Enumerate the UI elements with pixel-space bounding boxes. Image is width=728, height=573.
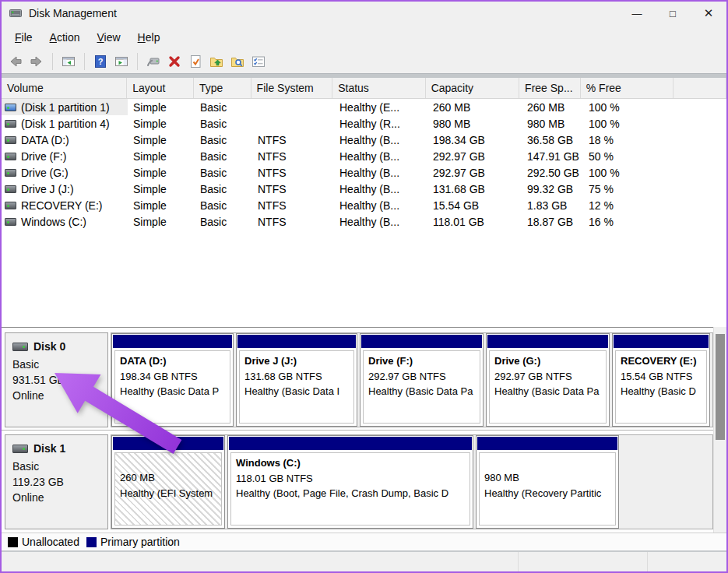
volume-row[interactable]: RECOVERY (E:) Simple Basic NTFS Healthy …: [2, 197, 726, 213]
partition-status: Healthy (EFI System: [120, 486, 220, 501]
volume-capacity: 15.54 GB: [433, 199, 479, 212]
volume-name: RECOVERY (E:): [21, 199, 103, 212]
column-header[interactable]: Volume: [2, 78, 127, 98]
volume-row[interactable]: Drive J (J:) Simple Basic NTFS Healthy (…: [2, 181, 726, 197]
show-action-pane-icon[interactable]: [113, 53, 130, 70]
volume-drive-icon: [5, 153, 16, 160]
scrollbar-thumb[interactable]: [716, 334, 725, 440]
volume-capacity: 260 MB: [433, 101, 470, 114]
volume-drive-icon: [5, 169, 16, 177]
vertical-scrollbar[interactable]: [713, 327, 726, 533]
maximize-button[interactable]: □: [655, 2, 691, 25]
title-bar: Disk Management — □ ✕: [2, 2, 726, 25]
volume-file-system: NTFS: [258, 134, 287, 146]
show-console-tree-icon[interactable]: [60, 53, 77, 70]
volume-type: Basic: [200, 150, 227, 163]
disk-type: Basic: [12, 357, 103, 373]
partition-block[interactable]: Windows (C:) 118.01 GB NTFS Healthy (Boo…: [227, 435, 473, 529]
explore-folder-icon[interactable]: [229, 53, 246, 70]
partition-strip: 260 MB Healthy (EFI System Windows (C:) …: [111, 434, 713, 529]
volume-type: Basic: [200, 101, 227, 114]
volume-pct-free: 100 %: [589, 118, 620, 130]
column-header[interactable]: Status: [332, 78, 425, 98]
partition-block[interactable]: DATA (D:) 198.34 GB NTFS Healthy (Basic …: [111, 333, 234, 427]
volume-capacity: 292.97 GB: [433, 150, 485, 163]
toolbar-separator: [52, 53, 53, 70]
partition-size-fs: 118.01 GB NTFS: [236, 471, 468, 487]
column-header[interactable]: Type: [194, 78, 251, 98]
column-header[interactable]: File System: [251, 78, 333, 98]
volume-layout: Simple: [133, 183, 167, 195]
column-header[interactable]: [673, 78, 726, 98]
legend-items: UnallocatedPrimary partition: [8, 536, 180, 548]
volume-row[interactable]: Drive (F:) Simple Basic NTFS Healthy (B.…: [2, 148, 726, 164]
column-header[interactable]: Capacity: [426, 78, 519, 98]
volume-row[interactable]: (Disk 1 partition 1) Simple Basic Health…: [2, 99, 726, 115]
volume-pct-free: 100 %: [589, 101, 620, 114]
legend-label: Primary partition: [100, 536, 180, 548]
disk-info-box[interactable]: Disk 1 Basic 119.23 GB Online: [5, 434, 108, 529]
disk-info-box[interactable]: Disk 0 Basic 931.51 GB Online: [5, 332, 108, 427]
partition-block[interactable]: RECOVERY (E:) 15.54 GB NTFS Healthy (Bas…: [612, 333, 710, 427]
column-header[interactable]: % Free: [581, 78, 673, 98]
partition-name: [484, 455, 614, 470]
menu-item[interactable]: Action: [41, 27, 89, 47]
menu-item[interactable]: File: [6, 27, 41, 47]
partition-block[interactable]: 260 MB Healthy (EFI System: [111, 435, 225, 529]
partition-status: Healthy (Recovery Partitic: [484, 486, 614, 501]
partition-details: DATA (D:) 198.34 GB NTFS Healthy (Basic …: [114, 350, 230, 424]
partition-block[interactable]: Drive (F:) 292.97 GB NTFS Healthy (Basic…: [360, 333, 484, 427]
column-header-label: Type: [199, 82, 223, 94]
partition-block[interactable]: 980 MB Healthy (Recovery Partitic: [476, 435, 619, 529]
volume-row[interactable]: Drive (G:) Simple Basic NTFS Healthy (B.…: [2, 164, 726, 181]
column-header[interactable]: Free Sp...: [519, 78, 581, 98]
back-icon[interactable]: [7, 53, 24, 70]
volume-layout: Simple: [133, 118, 167, 130]
volume-row[interactable]: (Disk 1 partition 4) Simple Basic Health…: [2, 115, 726, 132]
volume-type: Basic: [200, 134, 227, 146]
mark-partition-active-icon[interactable]: [187, 53, 204, 70]
volume-pct-free: 16 %: [589, 216, 614, 228]
menu-item[interactable]: Help: [129, 27, 169, 47]
volume-name: (Disk 1 partition 4): [21, 118, 110, 130]
volume-pct-free: 50 %: [589, 150, 614, 163]
window-controls: — □ ✕: [619, 2, 726, 25]
column-header[interactable]: Layout: [127, 78, 194, 98]
volume-row[interactable]: Windows (C:) Simple Basic NTFS Healthy (…: [2, 213, 726, 230]
volume-capacity: 118.01 GB: [433, 216, 484, 228]
volume-free-space: 260 MB: [527, 101, 564, 114]
menu-bar: FileActionViewHelp: [2, 25, 726, 49]
close-button[interactable]: ✕: [691, 2, 726, 25]
window-title: Disk Management: [29, 7, 117, 19]
volume-name: Drive (F:): [21, 150, 66, 163]
volume-free-space: 1.83 GB: [527, 199, 567, 212]
status-section: [518, 552, 647, 571]
partition-size-fs: 260 MB: [120, 470, 220, 486]
disk-row: Disk 1 Basic 119.23 GB Online 260 MB Hea…: [2, 434, 713, 529]
minimize-button[interactable]: —: [619, 2, 655, 25]
partition-legend: UnallocatedPrimary partition: [2, 533, 726, 550]
forward-icon[interactable]: [28, 53, 45, 70]
column-header-label: Capacity: [431, 82, 473, 94]
column-header-label: Layout: [132, 82, 165, 94]
partition-block[interactable]: Drive J (J:) 131.68 GB NTFS Healthy (Bas…: [236, 333, 357, 427]
partition-status: Healthy (Basic Data P: [120, 384, 228, 399]
partition-name: Drive (F:): [368, 353, 478, 369]
partition-block[interactable]: Drive (G:) 292.97 GB NTFS Healthy (Basic…: [486, 333, 610, 427]
properties-icon[interactable]: [250, 53, 267, 70]
disk-name: Disk 0: [33, 339, 65, 355]
volume-row[interactable]: DATA (D:) Simple Basic NTFS Healthy (B..…: [2, 132, 726, 148]
help-icon[interactable]: ?: [92, 53, 109, 70]
rescan-disks-icon[interactable]: [145, 53, 162, 70]
volume-status: Healthy (B...: [339, 150, 399, 163]
disk-drive-icon: [12, 445, 28, 453]
volume-free-space: 980 MB: [527, 118, 564, 130]
volume-capacity: 131.68 GB: [433, 183, 485, 195]
disk-drive-icon: [12, 343, 28, 351]
volume-status: Healthy (R...: [339, 118, 400, 130]
disk-row-separator: [2, 430, 713, 431]
open-folder-icon[interactable]: [208, 53, 225, 70]
menu-item[interactable]: View: [89, 27, 129, 47]
partition-size-fs: 198.34 GB NTFS: [120, 369, 228, 385]
delete-volume-icon[interactable]: [166, 53, 183, 70]
